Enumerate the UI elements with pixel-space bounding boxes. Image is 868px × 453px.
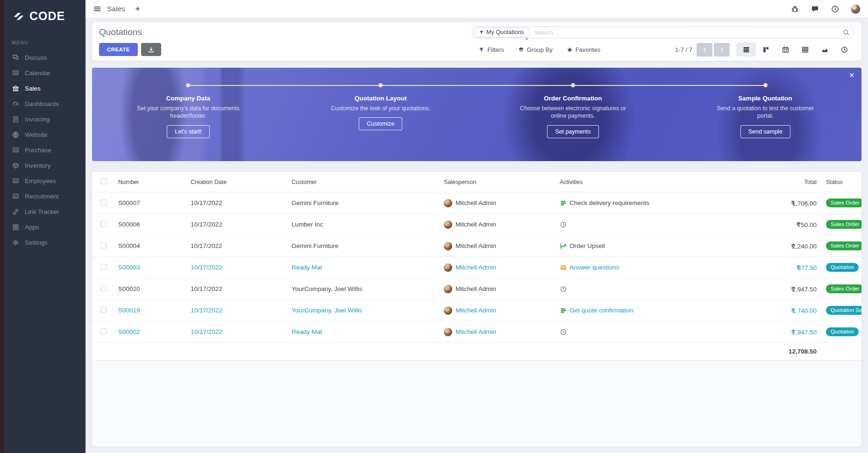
hamburger-menu-icon[interactable] bbox=[93, 5, 101, 13]
banner-close-icon[interactable]: ✕ bbox=[849, 71, 854, 79]
clock-icon bbox=[560, 221, 567, 228]
cell-number: S00004 bbox=[118, 242, 191, 249]
sidebar-item-discuss[interactable]: Discuss bbox=[4, 50, 85, 65]
view-switch-pivot[interactable] bbox=[795, 42, 815, 57]
sidebar-item-website[interactable]: Website bbox=[4, 127, 85, 142]
sidebar-item-link-tracker[interactable]: Link Tracker bbox=[4, 204, 85, 219]
row-checkbox[interactable] bbox=[100, 307, 107, 313]
step-action-button[interactable]: Customize bbox=[359, 117, 402, 130]
view-switch-kanban[interactable] bbox=[756, 42, 776, 57]
column-header-status[interactable]: Status bbox=[817, 179, 861, 185]
sidebar-item-dashboards[interactable]: Dashboards bbox=[4, 96, 85, 112]
table-row[interactable]: S00004 10/17/2022 Gemini Furniture Mitch… bbox=[92, 235, 861, 257]
pagination-range: 1-7 / 7 bbox=[675, 46, 692, 53]
cell-activity[interactable]: Get quote confirmation bbox=[560, 307, 723, 314]
cell-creation-date: 10/17/2022 bbox=[191, 264, 292, 271]
chevron-right-icon bbox=[719, 47, 725, 53]
app-title[interactable]: Sales bbox=[107, 5, 125, 13]
table-row[interactable]: S00002 10/17/2022 Ready Mat Mitchell Adm… bbox=[92, 321, 861, 343]
user-avatar[interactable] bbox=[851, 4, 861, 14]
sidebar-item-calendar[interactable]: Calendar bbox=[4, 65, 85, 81]
filters-button[interactable]: Filters bbox=[478, 46, 504, 53]
table-row[interactable]: S00020 10/17/2022 YourCompany, Joel Will… bbox=[92, 278, 861, 300]
sidebar-item-sales[interactable]: Sales bbox=[4, 81, 85, 96]
favorites-button[interactable]: Favorites bbox=[567, 46, 600, 53]
table-row[interactable]: S00006 10/17/2022 Lumber Inc Mitchell Ad… bbox=[92, 214, 861, 235]
create-button[interactable]: CREATE bbox=[99, 43, 138, 56]
download-icon bbox=[148, 46, 155, 53]
row-checkbox[interactable] bbox=[100, 242, 107, 248]
sidebar-item-apps[interactable]: Apps bbox=[4, 219, 85, 235]
cell-total: ₹2,947.50 bbox=[723, 328, 817, 336]
facet-remove-icon[interactable]: ✕ bbox=[525, 36, 528, 42]
add-tab-button[interactable]: + bbox=[135, 4, 140, 14]
activity-clock-icon[interactable] bbox=[831, 5, 840, 14]
cell-customer: Ready Mat bbox=[292, 264, 444, 271]
debug-bug-icon[interactable] bbox=[790, 5, 799, 14]
cell-creation-date: 10/17/2022 bbox=[191, 221, 292, 228]
onboarding-step: Order Confirmation Choose between electr… bbox=[477, 83, 669, 138]
salesperson-avatar bbox=[444, 220, 452, 229]
row-checkbox[interactable] bbox=[100, 328, 107, 334]
search-bar[interactable]: My Quotations ✕ Search... bbox=[472, 26, 854, 38]
cell-creation-date: 10/17/2022 bbox=[191, 307, 292, 314]
pager-next-button[interactable] bbox=[714, 43, 730, 57]
salesperson-avatar bbox=[444, 328, 452, 336]
messages-icon[interactable] bbox=[811, 5, 819, 14]
step-action-button[interactable]: Set payments bbox=[547, 125, 598, 138]
envelope-icon bbox=[560, 264, 567, 271]
sidebar-item-invoicing[interactable]: Invoicing bbox=[4, 112, 85, 127]
cell-activity[interactable]: Answer questions bbox=[560, 264, 723, 271]
brand-logo[interactable]: CODE bbox=[4, 0, 85, 28]
view-switch-calendar[interactable] bbox=[776, 42, 795, 57]
column-header-salesperson[interactable]: Salesperson bbox=[444, 179, 560, 185]
column-header-customer[interactable]: Customer bbox=[292, 179, 444, 185]
table-row[interactable]: S00003 10/17/2022 Ready Mat Mitchell Adm… bbox=[92, 257, 861, 278]
onboarding-banner: ✕ Company Data Set your company's data f… bbox=[92, 68, 861, 161]
activity-label: Answer questions bbox=[569, 264, 619, 271]
step-action-button[interactable]: Send sample bbox=[740, 125, 790, 138]
row-checkbox[interactable] bbox=[100, 199, 107, 205]
sidebar-item-purchase[interactable]: Purchase bbox=[4, 142, 85, 158]
row-checkbox[interactable] bbox=[100, 221, 107, 227]
view-switch-activity[interactable] bbox=[834, 42, 854, 57]
step-action-button[interactable]: Let's start! bbox=[167, 125, 209, 138]
table-row[interactable]: S00019 10/17/2022 YourCompany, Joel Will… bbox=[92, 300, 861, 321]
sidebar-item-inventory[interactable]: Inventory bbox=[4, 158, 85, 173]
view-switch-list[interactable] bbox=[736, 42, 756, 57]
cell-total: ₹377.50 bbox=[723, 264, 817, 271]
activity-label: Order Upsell bbox=[569, 242, 605, 249]
status-badge: Quotation Sent bbox=[826, 306, 861, 315]
select-all-checkbox[interactable] bbox=[100, 178, 107, 184]
column-header-creation-date[interactable]: Creation Date bbox=[191, 179, 292, 185]
filters-label: Filters bbox=[487, 46, 504, 53]
table-footer-row: 12,708.50 bbox=[92, 343, 861, 361]
cell-activity[interactable] bbox=[560, 221, 723, 228]
cell-activity[interactable] bbox=[560, 285, 723, 293]
table-row[interactable]: S00007 10/17/2022 Gemini Furniture Mitch… bbox=[92, 192, 861, 214]
view-switch-graph[interactable] bbox=[815, 42, 834, 57]
layers-icon bbox=[518, 47, 524, 53]
pager-previous-button[interactable] bbox=[697, 43, 712, 57]
row-checkbox[interactable] bbox=[100, 264, 107, 270]
column-header-number[interactable]: Number bbox=[118, 179, 191, 185]
cell-activity[interactable]: Order Upsell bbox=[560, 242, 723, 250]
cell-activity[interactable] bbox=[560, 328, 723, 336]
group-by-button[interactable]: Group By bbox=[518, 46, 553, 53]
column-header-activities[interactable]: Activities bbox=[560, 179, 723, 185]
search-icon[interactable] bbox=[843, 29, 850, 36]
favorites-label: Favorites bbox=[576, 46, 600, 53]
cell-activity[interactable]: Check delivery requirements bbox=[560, 199, 723, 207]
sidebar-item-recruitment[interactable]: Recruitment bbox=[4, 189, 85, 204]
search-placeholder[interactable]: Search... bbox=[534, 29, 843, 36]
search-facet-my-quotations[interactable]: My Quotations ✕ bbox=[474, 28, 530, 37]
gear-icon bbox=[12, 239, 20, 247]
row-checkbox[interactable] bbox=[100, 285, 107, 291]
download-button[interactable] bbox=[141, 43, 161, 56]
cell-total: ₹2,947.50 bbox=[723, 285, 817, 293]
bank-icon bbox=[12, 85, 20, 92]
screen-icon bbox=[12, 192, 20, 200]
column-header-total[interactable]: Total bbox=[723, 179, 817, 185]
sidebar-item-employees[interactable]: Employees bbox=[4, 173, 85, 189]
sidebar-item-settings[interactable]: Settings bbox=[4, 235, 85, 250]
